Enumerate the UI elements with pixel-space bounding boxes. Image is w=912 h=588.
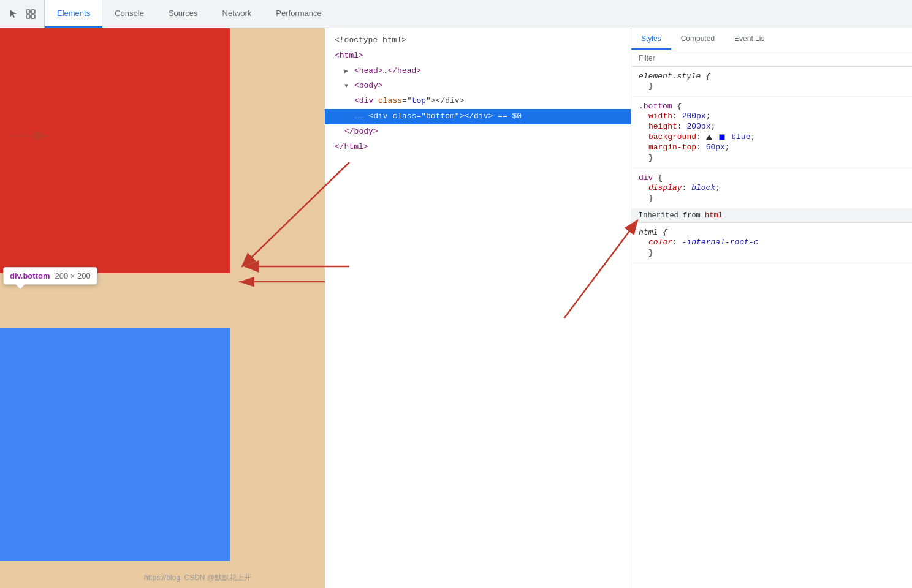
styles-tabs: Styles Computed Event Lis — [631, 28, 912, 50]
html-body-close-line: </body> — [325, 124, 631, 140]
html-body-line[interactable]: ▼ <body> — [325, 78, 631, 94]
height-prop-value: 200px — [686, 122, 710, 131]
tab-event-listeners[interactable]: Event Lis — [724, 28, 774, 50]
margin-top-prop: margin-top: 60px; — [639, 142, 905, 153]
div-selector-line: div { — [639, 173, 905, 183]
inherited-from-text: Inherited from — [639, 211, 705, 220]
html-doctype-line: <!doctype html> — [325, 33, 631, 48]
height-prop-name: height — [648, 122, 677, 131]
preview-bottom-div — [0, 328, 230, 561]
width-prop: width: 200px; — [639, 111, 905, 121]
styles-panel: Styles Computed Event Lis element.style … — [631, 28, 912, 588]
tab-sources[interactable]: Sources — [156, 0, 210, 28]
width-prop-name: width — [648, 111, 672, 121]
div-style-rule: div { display: block; } — [631, 168, 912, 209]
bottom-style-rule: .bottom { width: 200px; height: 200px; b… — [631, 97, 912, 168]
html-rule-close: } — [639, 247, 905, 258]
svg-rect-3 — [31, 15, 35, 18]
cursor-icon[interactable] — [7, 8, 20, 20]
watermark: https://blog. CSDN @默默花上开 — [144, 573, 251, 583]
tooltip-arrow — [16, 284, 25, 289]
tab-network[interactable]: Network — [210, 0, 264, 28]
html-head-line[interactable]: ▶ <head>…</head> — [325, 64, 631, 79]
element-style-selector-line: element.style { — [639, 72, 905, 81]
inherited-from-element: html — [705, 211, 723, 220]
element-tooltip: div.bottom 200 × 200 — [3, 267, 97, 285]
html-div-bottom-line[interactable]: …… <div class="bottom"></div> == $0 — [325, 109, 631, 124]
inspect-icon[interactable] — [25, 8, 37, 20]
html-open-line: <html> — [325, 48, 631, 64]
preview-top-div — [0, 28, 230, 273]
width-prop-value: 200px — [682, 111, 706, 121]
bottom-selector: .bottom — [639, 102, 672, 111]
div-selector: div — [639, 173, 653, 183]
html-div-top-line[interactable]: <div class="top"></div> — [325, 94, 631, 109]
devtools-main: div.bottom 200 × 200 https://blog. CSDN … — [0, 28, 912, 588]
html-selector: html { — [639, 228, 667, 237]
browser-preview: div.bottom 200 × 200 https://blog. CSDN … — [0, 28, 325, 588]
devtools-toolbar: Elements Console Sources Network Perform… — [0, 0, 912, 28]
bottom-selector-line: .bottom { — [639, 102, 905, 111]
inherited-label: Inherited from html — [631, 209, 912, 223]
toolbar-icons — [0, 0, 45, 28]
color-prop-value: -internal-root-c — [682, 238, 759, 247]
margin-top-prop-name: margin-top — [648, 143, 696, 152]
tooltip-dimensions: 200 × 200 — [55, 271, 90, 281]
margin-top-prop-value: 60px — [706, 143, 725, 152]
background-prop: background: blue; — [639, 132, 905, 142]
color-swatch[interactable] — [719, 134, 725, 140]
bottom-rule-close: } — [639, 153, 905, 163]
tooltip-selector: div.bottom — [10, 271, 50, 281]
background-prop-name: background — [648, 132, 696, 141]
display-prop-value: block — [691, 183, 715, 192]
elements-panel: <!doctype html> <html> ▶ <head>…</head> … — [325, 28, 631, 588]
background-prop-value: blue — [731, 132, 750, 141]
color-prop: color: -internal-root-c — [639, 237, 905, 247]
elements-content: <!doctype html> <html> ▶ <head>…</head> … — [325, 28, 631, 588]
tab-computed[interactable]: Computed — [671, 28, 724, 50]
color-prop-name: color — [648, 238, 672, 247]
styles-content: element.style { } .bottom { width: 200px… — [631, 67, 912, 588]
svg-rect-0 — [26, 10, 30, 13]
html-close-line: </html> — [325, 140, 631, 155]
display-prop-name: display — [648, 183, 682, 192]
height-prop: height: 200px; — [639, 121, 905, 132]
display-prop: display: block; — [639, 183, 905, 193]
filter-input[interactable] — [639, 54, 905, 62]
html-selector-line: html { — [639, 228, 905, 237]
div-rule-close: } — [639, 193, 905, 203]
tab-elements[interactable]: Elements — [45, 0, 102, 28]
tab-console[interactable]: Console — [102, 0, 156, 28]
element-style-label: element.style { — [639, 72, 710, 81]
element-style-close: } — [639, 81, 905, 91]
html-style-rule: html { color: -internal-root-c } — [631, 223, 912, 263]
svg-rect-1 — [31, 10, 35, 13]
element-style-rule: element.style { } — [631, 67, 912, 97]
svg-rect-2 — [26, 15, 30, 18]
tab-styles[interactable]: Styles — [631, 28, 671, 50]
tab-performance[interactable]: Performance — [264, 0, 333, 28]
filter-bar — [631, 50, 912, 67]
devtools-tabs: Elements Console Sources Network Perform… — [45, 0, 334, 28]
color-triangle-icon[interactable] — [706, 135, 712, 140]
